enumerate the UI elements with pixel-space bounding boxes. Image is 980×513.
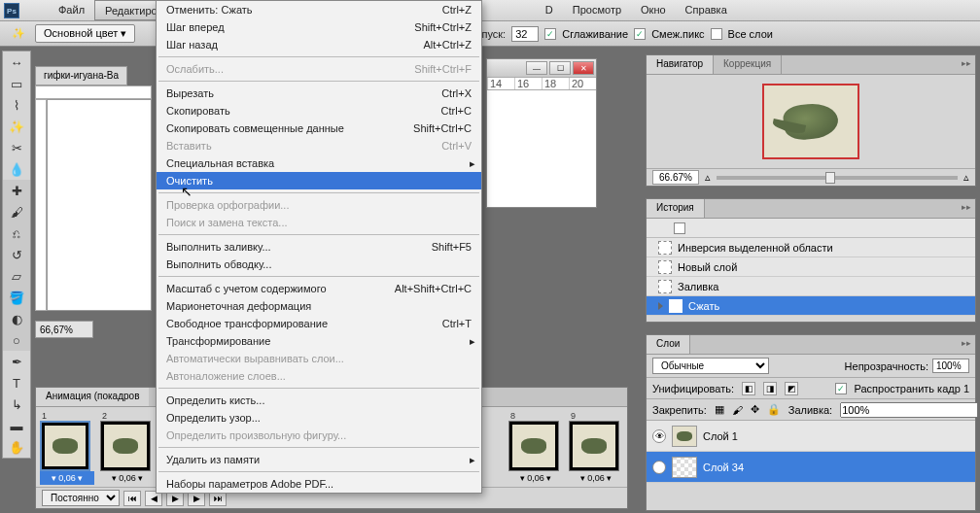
- menu-item[interactable]: Очистить: [157, 172, 481, 189]
- all-layers-label: Все слои: [728, 28, 773, 40]
- menu-file[interactable]: Файл: [49, 0, 94, 20]
- history-step[interactable]: Новый слой: [647, 257, 975, 277]
- lock-all-icon[interactable]: 🔒: [767, 403, 781, 416]
- visibility-eye-icon[interactable]: 👁: [652, 429, 666, 443]
- lock-paint-icon[interactable]: 🖌: [732, 404, 743, 416]
- marquee-tool-icon[interactable]: ▭: [3, 73, 30, 94]
- doc-canvas[interactable]: [487, 90, 596, 207]
- eraser-tool-icon[interactable]: ▱: [3, 265, 30, 287]
- loop-select[interactable]: Постоянно: [42, 490, 120, 506]
- menu-item[interactable]: ВырезатьCtrl+X: [157, 85, 481, 102]
- layers-tab[interactable]: Слои: [647, 335, 690, 354]
- menu-help[interactable]: Справка: [676, 0, 737, 20]
- wand-tool-icon[interactable]: ✨: [3, 116, 30, 137]
- bucket-tool-icon[interactable]: 🪣: [3, 287, 30, 308]
- zoom-in-icon[interactable]: ▵: [963, 171, 969, 184]
- blur-tool-icon[interactable]: ◐: [3, 308, 30, 329]
- iguana-image: [782, 101, 839, 142]
- fill-label: Заливка:: [788, 404, 832, 416]
- menu-window[interactable]: Окно: [631, 0, 676, 20]
- menu-item[interactable]: Шаг назадAlt+Ctrl+Z: [157, 36, 481, 53]
- menu-item[interactable]: Трансформирование▸: [157, 332, 481, 350]
- blend-mode-select[interactable]: Обычные: [652, 358, 769, 374]
- crop-tool-icon[interactable]: ✂: [3, 137, 30, 158]
- layer-row[interactable]: 👁Слой 34: [647, 452, 975, 483]
- menu-item[interactable]: Скопировать совмещенные данныеShift+Ctrl…: [157, 120, 481, 137]
- lock-trans-icon[interactable]: ▦: [715, 403, 724, 416]
- first-frame-button[interactable]: ⏮: [123, 491, 141, 506]
- menu-item[interactable]: Свободное трансформированиеCtrl+T: [157, 315, 481, 332]
- maximize-button[interactable]: ☐: [549, 61, 571, 75]
- shape-tool-icon[interactable]: ▬: [3, 415, 30, 436]
- lock-move-icon[interactable]: ✥: [751, 403, 759, 416]
- move-tool-icon[interactable]: ↔: [3, 51, 30, 73]
- lasso-tool-icon[interactable]: ⌇: [3, 94, 30, 116]
- document-canvas[interactable]: [47, 99, 152, 311]
- foreground-color-button[interactable]: Основной цвет ▾: [35, 24, 135, 43]
- unify-label: Унифицировать:: [652, 383, 734, 394]
- menu-item[interactable]: Марионеточная деформация: [157, 297, 481, 315]
- history-tab[interactable]: История: [647, 199, 705, 218]
- panel-collapse-icon[interactable]: ▸▸: [962, 338, 971, 348]
- close-button[interactable]: ✕: [573, 61, 594, 75]
- layer-row[interactable]: 👁Слой 1: [647, 421, 975, 452]
- animation-frame[interactable]: 1▾ 0,06 ▾: [40, 411, 94, 485]
- pen-tool-icon[interactable]: ✒: [3, 351, 30, 372]
- menu-item[interactable]: Отменить: СжатьCtrl+Z: [157, 1, 481, 18]
- stamp-tool-icon[interactable]: ⎌: [3, 222, 30, 244]
- path-tool-icon[interactable]: ↳: [3, 393, 30, 415]
- unify-pos-icon[interactable]: ◧: [742, 382, 755, 395]
- navigator-thumbnail[interactable]: [762, 84, 859, 159]
- dodge-tool-icon[interactable]: ○: [3, 329, 30, 351]
- healing-tool-icon[interactable]: ✚: [3, 180, 30, 201]
- panel-collapse-icon[interactable]: ▸▸: [962, 58, 971, 68]
- history-snapshot[interactable]: [647, 219, 975, 238]
- menu-item[interactable]: Специальная вставка▸: [157, 154, 481, 172]
- antialias-checkbox[interactable]: [544, 28, 556, 40]
- animation-frame[interactable]: 9▾ 0,06 ▾: [569, 411, 623, 483]
- zoom-input[interactable]: 66.67%: [652, 170, 699, 185]
- document-tab[interactable]: гифки-игуана-Ba: [35, 66, 127, 86]
- menu-item: Определить произвольную фигуру...: [157, 427, 481, 444]
- unify-style-icon[interactable]: ◩: [785, 382, 798, 395]
- menu-item[interactable]: Выполнить обводку...: [157, 256, 481, 273]
- all-layers-checkbox[interactable]: [711, 28, 722, 40]
- navigator-tab[interactable]: Навигатор: [647, 55, 714, 74]
- opacity-input[interactable]: [932, 359, 969, 373]
- magic-wand-icon: ✨: [8, 23, 29, 45]
- antialias-label: Сглаживание: [562, 28, 628, 40]
- brush-tool-icon[interactable]: 🖌: [3, 201, 30, 222]
- animation-tab[interactable]: Анимация (покадров: [36, 388, 149, 406]
- history-step[interactable]: Инверсия выделенной области: [647, 238, 975, 257]
- menu-item[interactable]: Удалить из памяти▸: [157, 451, 481, 468]
- menu-item[interactable]: Выполнить заливку...Shift+F5: [157, 238, 481, 256]
- type-tool-icon[interactable]: T: [3, 372, 30, 393]
- animation-frame[interactable]: 8▾ 0,06 ▾: [508, 411, 563, 483]
- zoom-out-icon[interactable]: ▵: [705, 171, 711, 184]
- history-step[interactable]: Заливка: [647, 277, 975, 296]
- fill-input[interactable]: [840, 402, 978, 418]
- menu-item[interactable]: СкопироватьCtrl+C: [157, 102, 481, 120]
- propagate-checkbox[interactable]: [835, 383, 847, 394]
- zoom-slider[interactable]: [717, 176, 958, 180]
- hand-tool-icon[interactable]: ✋: [3, 436, 30, 458]
- menu-item[interactable]: Определить узор...: [157, 409, 481, 427]
- menu-item[interactable]: Наборы параметров Adobe PDF...: [157, 475, 481, 493]
- history-step[interactable]: Сжать: [647, 296, 975, 316]
- menu-item[interactable]: Шаг впередShift+Ctrl+Z: [157, 18, 481, 36]
- eyedropper-tool-icon[interactable]: 💧: [3, 158, 30, 180]
- menu-item[interactable]: Масштаб с учетом содержимогоAlt+Shift+Ct…: [157, 280, 481, 297]
- menu-3d[interactable]: D: [536, 0, 563, 20]
- animation-frame[interactable]: 2▾ 0,06 ▾: [100, 411, 155, 483]
- visibility-eye-icon[interactable]: 👁: [652, 461, 666, 474]
- zoom-status[interactable]: 66,67%: [35, 321, 93, 338]
- menu-view[interactable]: Просмотр: [563, 0, 631, 20]
- contiguous-checkbox[interactable]: [634, 28, 646, 40]
- minimize-button[interactable]: —: [526, 61, 547, 75]
- tolerance-input[interactable]: [511, 26, 539, 42]
- unify-vis-icon[interactable]: ◨: [763, 382, 777, 395]
- history-brush-icon[interactable]: ↺: [3, 244, 30, 265]
- panel-collapse-icon[interactable]: ▸▸: [962, 202, 971, 212]
- menu-item[interactable]: Определить кисть...: [157, 392, 481, 409]
- adjustments-tab[interactable]: Коррекция: [714, 55, 782, 74]
